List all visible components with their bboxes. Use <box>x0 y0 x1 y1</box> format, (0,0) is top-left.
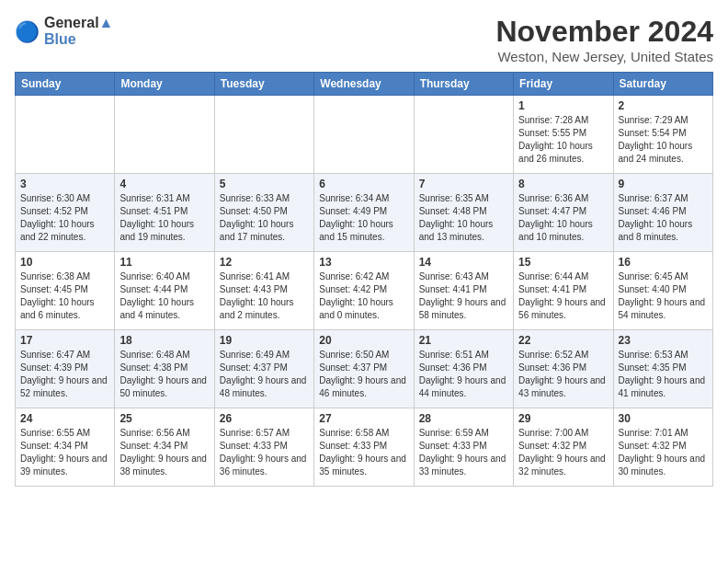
day-info: Sunrise: 6:42 AM Sunset: 4:42 PM Dayligh… <box>319 270 408 322</box>
logo: 🔵 General▲ Blue <box>15 15 113 48</box>
day-number: 11 <box>119 256 209 269</box>
calendar-cell: 27Sunrise: 6:58 AM Sunset: 4:33 PM Dayli… <box>314 408 414 487</box>
day-number: 23 <box>619 334 708 347</box>
calendar-cell: 18Sunrise: 6:48 AM Sunset: 4:38 PM Dayli… <box>115 330 214 408</box>
calendar-cell: 16Sunrise: 6:45 AM Sunset: 4:40 PM Dayli… <box>613 252 712 330</box>
day-info: Sunrise: 7:01 AM Sunset: 4:32 PM Dayligh… <box>619 427 708 478</box>
calendar-cell: 11Sunrise: 6:40 AM Sunset: 4:44 PM Dayli… <box>115 252 214 330</box>
day-info: Sunrise: 6:53 AM Sunset: 4:35 PM Dayligh… <box>619 349 708 400</box>
day-number: 15 <box>518 256 608 269</box>
column-header-saturday: Saturday <box>613 73 712 96</box>
day-number: 6 <box>319 178 408 190</box>
day-info: Sunrise: 7:00 AM Sunset: 4:32 PM Dayligh… <box>518 427 608 478</box>
calendar-cell <box>414 96 513 174</box>
day-info: Sunrise: 6:44 AM Sunset: 4:41 PM Dayligh… <box>518 270 608 322</box>
calendar-cell: 13Sunrise: 6:42 AM Sunset: 4:42 PM Dayli… <box>314 252 414 330</box>
calendar-cell: 5Sunrise: 6:33 AM Sunset: 4:50 PM Daylig… <box>214 174 313 252</box>
day-info: Sunrise: 6:49 AM Sunset: 4:37 PM Dayligh… <box>220 349 309 400</box>
day-number: 24 <box>20 412 109 425</box>
day-info: Sunrise: 6:48 AM Sunset: 4:38 PM Dayligh… <box>119 349 209 400</box>
day-number: 21 <box>419 334 508 347</box>
calendar-cell <box>214 96 313 174</box>
day-info: Sunrise: 6:35 AM Sunset: 4:48 PM Dayligh… <box>419 192 508 244</box>
day-info: Sunrise: 6:30 AM Sunset: 4:52 PM Dayligh… <box>20 192 109 244</box>
day-info: Sunrise: 6:31 AM Sunset: 4:51 PM Dayligh… <box>119 192 209 244</box>
day-info: Sunrise: 6:50 AM Sunset: 4:37 PM Dayligh… <box>319 349 408 400</box>
page-subtitle: Weston, New Jersey, United States <box>495 49 713 64</box>
header: 🔵 General▲ Blue November 2024 Weston, Ne… <box>15 15 713 64</box>
calendar-cell: 6Sunrise: 6:34 AM Sunset: 4:49 PM Daylig… <box>314 174 414 252</box>
day-number: 17 <box>20 334 109 347</box>
calendar-cell: 21Sunrise: 6:51 AM Sunset: 4:36 PM Dayli… <box>414 330 513 408</box>
day-number: 27 <box>319 412 408 425</box>
day-info: Sunrise: 6:40 AM Sunset: 4:44 PM Dayligh… <box>119 270 209 322</box>
calendar-cell: 29Sunrise: 7:00 AM Sunset: 4:32 PM Dayli… <box>514 408 613 487</box>
column-header-sunday: Sunday <box>16 73 115 96</box>
day-number: 5 <box>220 178 309 190</box>
day-info: Sunrise: 7:29 AM Sunset: 5:54 PM Dayligh… <box>619 114 708 166</box>
day-number: 4 <box>119 178 209 190</box>
day-info: Sunrise: 6:37 AM Sunset: 4:46 PM Dayligh… <box>619 192 708 244</box>
calendar-cell: 17Sunrise: 6:47 AM Sunset: 4:39 PM Dayli… <box>16 330 115 408</box>
logo-icon: 🔵 <box>15 18 40 44</box>
calendar-cell: 1Sunrise: 7:28 AM Sunset: 5:55 PM Daylig… <box>514 96 613 174</box>
calendar-cell: 26Sunrise: 6:57 AM Sunset: 4:33 PM Dayli… <box>214 408 313 487</box>
day-info: Sunrise: 6:55 AM Sunset: 4:34 PM Dayligh… <box>20 427 109 478</box>
calendar-cell: 25Sunrise: 6:56 AM Sunset: 4:34 PM Dayli… <box>115 408 214 487</box>
calendar-cell: 23Sunrise: 6:53 AM Sunset: 4:35 PM Dayli… <box>613 330 712 408</box>
day-info: Sunrise: 7:28 AM Sunset: 5:55 PM Dayligh… <box>518 114 608 166</box>
column-header-tuesday: Tuesday <box>214 73 313 96</box>
calendar-table: SundayMondayTuesdayWednesdayThursdayFrid… <box>15 72 713 487</box>
day-number: 9 <box>619 178 708 190</box>
calendar-cell: 28Sunrise: 6:59 AM Sunset: 4:33 PM Dayli… <box>414 408 513 487</box>
calendar-cell <box>314 96 414 174</box>
calendar-cell: 9Sunrise: 6:37 AM Sunset: 4:46 PM Daylig… <box>613 174 712 252</box>
calendar-cell: 2Sunrise: 7:29 AM Sunset: 5:54 PM Daylig… <box>613 96 712 174</box>
column-header-wednesday: Wednesday <box>314 73 414 96</box>
title-block: November 2024 Weston, New Jersey, United… <box>495 15 713 64</box>
logo-text: General▲ Blue <box>44 15 113 48</box>
day-number: 2 <box>619 99 708 112</box>
day-info: Sunrise: 6:45 AM Sunset: 4:40 PM Dayligh… <box>619 270 708 322</box>
day-number: 19 <box>220 334 309 347</box>
day-info: Sunrise: 6:41 AM Sunset: 4:43 PM Dayligh… <box>220 270 309 322</box>
day-info: Sunrise: 6:58 AM Sunset: 4:33 PM Dayligh… <box>319 427 408 478</box>
column-header-thursday: Thursday <box>414 73 513 96</box>
day-number: 28 <box>419 412 508 425</box>
day-number: 25 <box>119 412 209 425</box>
day-number: 10 <box>20 256 109 269</box>
calendar-cell: 20Sunrise: 6:50 AM Sunset: 4:37 PM Dayli… <box>314 330 414 408</box>
day-number: 8 <box>518 178 608 190</box>
day-info: Sunrise: 6:33 AM Sunset: 4:50 PM Dayligh… <box>220 192 309 244</box>
day-info: Sunrise: 6:52 AM Sunset: 4:36 PM Dayligh… <box>518 349 608 400</box>
calendar-cell: 12Sunrise: 6:41 AM Sunset: 4:43 PM Dayli… <box>214 252 313 330</box>
day-number: 26 <box>220 412 309 425</box>
day-number: 30 <box>619 412 708 425</box>
day-info: Sunrise: 6:38 AM Sunset: 4:45 PM Dayligh… <box>20 270 109 322</box>
calendar-cell: 8Sunrise: 6:36 AM Sunset: 4:47 PM Daylig… <box>514 174 613 252</box>
day-info: Sunrise: 6:59 AM Sunset: 4:33 PM Dayligh… <box>419 427 508 478</box>
calendar-cell: 14Sunrise: 6:43 AM Sunset: 4:41 PM Dayli… <box>414 252 513 330</box>
day-number: 3 <box>20 178 109 190</box>
column-header-friday: Friday <box>514 73 613 96</box>
calendar-cell: 19Sunrise: 6:49 AM Sunset: 4:37 PM Dayli… <box>214 330 313 408</box>
day-number: 22 <box>518 334 608 347</box>
day-number: 20 <box>319 334 408 347</box>
column-header-monday: Monday <box>115 73 214 96</box>
calendar-cell: 15Sunrise: 6:44 AM Sunset: 4:41 PM Dayli… <box>514 252 613 330</box>
day-number: 16 <box>619 256 708 269</box>
day-number: 13 <box>319 256 408 269</box>
calendar-cell: 4Sunrise: 6:31 AM Sunset: 4:51 PM Daylig… <box>115 174 214 252</box>
calendar-cell: 30Sunrise: 7:01 AM Sunset: 4:32 PM Dayli… <box>613 408 712 487</box>
calendar-cell: 22Sunrise: 6:52 AM Sunset: 4:36 PM Dayli… <box>514 330 613 408</box>
calendar-cell: 10Sunrise: 6:38 AM Sunset: 4:45 PM Dayli… <box>16 252 115 330</box>
day-number: 7 <box>419 178 508 190</box>
calendar-cell: 7Sunrise: 6:35 AM Sunset: 4:48 PM Daylig… <box>414 174 513 252</box>
day-number: 18 <box>119 334 209 347</box>
calendar-cell: 24Sunrise: 6:55 AM Sunset: 4:34 PM Dayli… <box>16 408 115 487</box>
day-number: 1 <box>518 99 608 112</box>
day-info: Sunrise: 6:34 AM Sunset: 4:49 PM Dayligh… <box>319 192 408 244</box>
svg-text:🔵: 🔵 <box>15 19 40 44</box>
day-info: Sunrise: 6:57 AM Sunset: 4:33 PM Dayligh… <box>220 427 309 478</box>
calendar-cell <box>115 96 214 174</box>
